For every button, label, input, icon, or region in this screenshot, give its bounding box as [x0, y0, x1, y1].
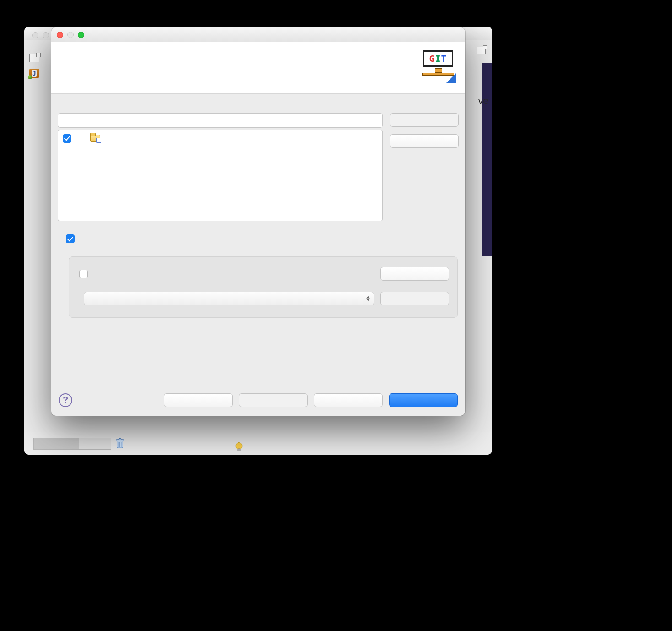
svg-rect-2	[119, 438, 121, 440]
tip-bulb-icon[interactable]	[234, 442, 244, 455]
minimize-icon	[67, 32, 74, 38]
dialog-header: GIT	[51, 42, 465, 94]
restore-window-icon[interactable]	[477, 47, 486, 54]
nested-projects-row	[58, 233, 459, 245]
projects-filter-input[interactable]	[58, 113, 383, 128]
finish-button[interactable]	[389, 393, 458, 407]
svg-point-6	[236, 443, 242, 450]
close-icon[interactable]	[32, 32, 38, 38]
next-button[interactable]	[239, 393, 308, 407]
help-icon[interactable]: ?	[59, 393, 72, 407]
folder-icon	[90, 135, 100, 142]
left-toolbar: J	[24, 40, 44, 432]
restore-view-icon[interactable]	[29, 54, 39, 62]
working-sets-combo[interactable]	[84, 292, 374, 305]
back-button[interactable]	[164, 393, 233, 407]
add-to-working-sets-checkbox[interactable]	[79, 270, 88, 278]
svg-rect-7	[238, 449, 240, 451]
behind-text-ve: ve	[478, 95, 488, 106]
zoom-icon[interactable]	[78, 32, 84, 38]
close-icon[interactable]	[57, 32, 63, 38]
search-nested-checkbox[interactable]	[66, 234, 75, 243]
project-name	[105, 134, 112, 143]
working-sets-group	[58, 256, 459, 318]
java-perspective-icon[interactable]: J	[29, 69, 39, 78]
dialog-title	[92, 30, 95, 39]
dialog-traffic-lights	[57, 32, 84, 38]
dialog-header-text	[60, 50, 70, 53]
git-wizard-icon: GIT	[415, 50, 456, 83]
project-item[interactable]	[61, 132, 379, 145]
new-working-set-button[interactable]	[380, 267, 449, 281]
project-checkbox[interactable]	[63, 134, 71, 143]
memory-meter[interactable]	[33, 438, 111, 450]
cancel-button[interactable]	[314, 393, 383, 407]
select-all-button[interactable]	[390, 113, 459, 127]
deselect-all-button[interactable]	[390, 134, 459, 148]
dialog-footer: ?	[51, 384, 465, 416]
projects-list[interactable]	[58, 130, 383, 221]
right-panel-sliver	[482, 63, 492, 256]
status-bar	[24, 432, 492, 455]
working-sets-box	[69, 256, 458, 318]
import-projects-dialog: GIT	[51, 27, 465, 416]
minimize-icon[interactable]	[43, 32, 49, 38]
gc-trash-icon[interactable]	[114, 438, 126, 450]
select-working-set-button[interactable]	[380, 292, 449, 305]
dialog-titlebar[interactable]	[51, 27, 465, 42]
memory-fill	[34, 438, 79, 449]
dialog-body	[51, 94, 465, 384]
